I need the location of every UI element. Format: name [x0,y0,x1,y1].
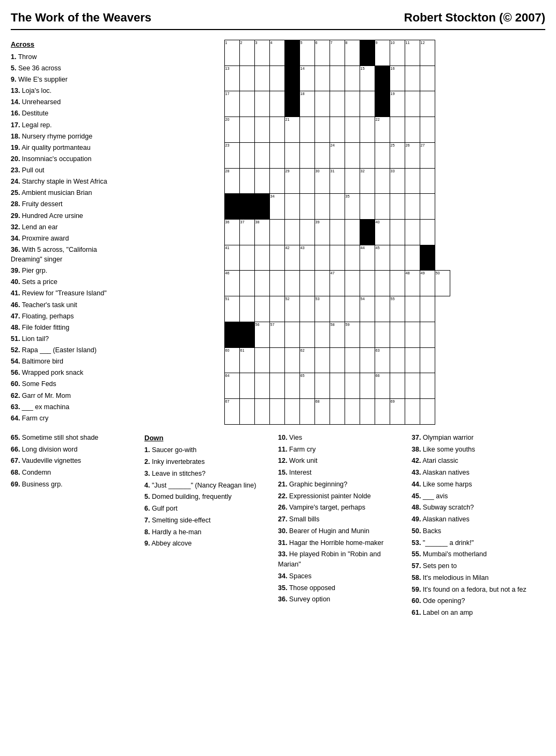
grid-cell[interactable]: 11 [405,40,420,66]
grid-cell[interactable] [284,373,299,399]
grid-cell[interactable]: 23 [224,142,239,168]
grid-cell[interactable]: 68 [314,399,330,425]
grid-cell[interactable]: 31 [330,168,345,194]
grid-cell[interactable] [299,322,314,347]
grid-cell[interactable]: 41 [224,245,239,271]
grid-cell[interactable] [284,220,299,245]
grid-cell[interactable]: 21 [284,117,299,143]
grid-cell[interactable] [420,66,435,91]
grid-cell[interactable]: 18 [299,91,314,117]
grid-cell[interactable]: 34 [269,194,284,220]
grid-cell[interactable] [330,347,345,373]
grid-cell[interactable]: 20 [224,117,239,143]
grid-cell[interactable] [330,296,345,322]
grid-cell[interactable] [254,373,269,399]
grid-cell[interactable] [284,40,299,66]
grid-cell[interactable] [314,322,330,347]
grid-cell[interactable] [269,220,284,245]
grid-cell[interactable] [269,168,284,194]
grid-cell[interactable]: 12 [420,40,435,66]
grid-cell[interactable] [284,194,299,220]
grid-cell[interactable] [314,271,330,296]
grid-cell[interactable] [314,66,330,91]
grid-cell[interactable] [405,399,420,425]
grid-cell[interactable] [284,142,299,168]
grid-cell[interactable]: 47 [330,271,345,296]
grid-cell[interactable] [360,322,375,347]
grid-cell[interactable] [420,296,435,322]
grid-cell[interactable] [299,399,314,425]
grid-cell[interactable] [420,91,435,117]
grid-cell[interactable] [405,322,420,347]
grid-cell[interactable]: 50 [435,271,450,296]
grid-cell[interactable] [269,245,284,271]
grid-cell[interactable] [360,271,375,296]
grid-cell[interactable] [375,66,390,91]
grid-cell[interactable]: 65 [299,373,314,399]
grid-cell[interactable] [254,142,269,168]
grid-cell[interactable] [284,66,299,91]
grid-cell[interactable] [269,117,284,143]
grid-cell[interactable]: 67 [224,399,239,425]
grid-cell[interactable] [314,194,330,220]
grid-cell[interactable] [239,66,254,91]
grid-cell[interactable] [269,271,284,296]
grid-cell[interactable] [345,347,360,373]
grid-cell[interactable]: 62 [299,347,314,373]
grid-cell[interactable] [390,220,405,245]
grid-cell[interactable] [375,91,390,117]
grid-cell[interactable] [254,271,269,296]
grid-cell[interactable]: 9 [375,40,390,66]
grid-cell[interactable]: 40 [375,220,390,245]
grid-cell[interactable] [375,296,390,322]
grid-cell[interactable] [405,296,420,322]
grid-cell[interactable] [405,220,420,245]
grid-cell[interactable] [254,347,269,373]
grid-cell[interactable] [360,194,375,220]
grid-cell[interactable]: 24 [330,142,345,168]
grid-cell[interactable]: 16 [390,66,405,91]
grid-cell[interactable]: 36 [224,220,239,245]
grid-cell[interactable]: 49 [420,271,435,296]
grid-cell[interactable] [420,245,435,271]
grid-cell[interactable] [254,296,269,322]
grid-cell[interactable] [375,168,390,194]
grid-cell[interactable]: 59 [345,322,360,347]
grid-cell[interactable]: 51 [224,296,239,322]
grid-cell[interactable] [239,373,254,399]
grid-cell[interactable] [284,91,299,117]
grid-cell[interactable] [314,91,330,117]
grid-cell[interactable] [375,399,390,425]
grid-cell[interactable] [330,373,345,399]
grid-cell[interactable] [314,142,330,168]
grid-cell[interactable] [405,194,420,220]
grid-cell[interactable] [345,373,360,399]
grid-cell[interactable]: 55 [390,296,405,322]
grid-cell[interactable] [239,399,254,425]
grid-cell[interactable] [254,91,269,117]
grid-cell[interactable] [269,142,284,168]
grid-cell[interactable] [420,168,435,194]
grid-cell[interactable] [269,91,284,117]
grid-cell[interactable] [345,271,360,296]
grid-cell[interactable]: 28 [224,168,239,194]
grid-cell[interactable]: 30 [314,168,330,194]
grid-cell[interactable] [330,220,345,245]
grid-cell[interactable] [420,347,435,373]
grid-cell[interactable] [330,399,345,425]
grid-cell[interactable]: 64 [224,373,239,399]
grid-cell[interactable] [239,117,254,143]
grid-cell[interactable] [420,220,435,245]
grid-cell[interactable]: 48 [405,271,420,296]
grid-cell[interactable] [254,117,269,143]
grid-cell[interactable] [239,91,254,117]
grid-cell[interactable] [224,194,239,220]
grid-cell[interactable] [254,168,269,194]
grid-cell[interactable] [330,245,345,271]
grid-cell[interactable]: 61 [239,347,254,373]
grid-cell[interactable]: 22 [375,117,390,143]
grid-cell[interactable] [254,66,269,91]
grid-cell[interactable] [360,220,375,245]
grid-cell[interactable] [360,91,375,117]
grid-cell[interactable] [390,194,405,220]
